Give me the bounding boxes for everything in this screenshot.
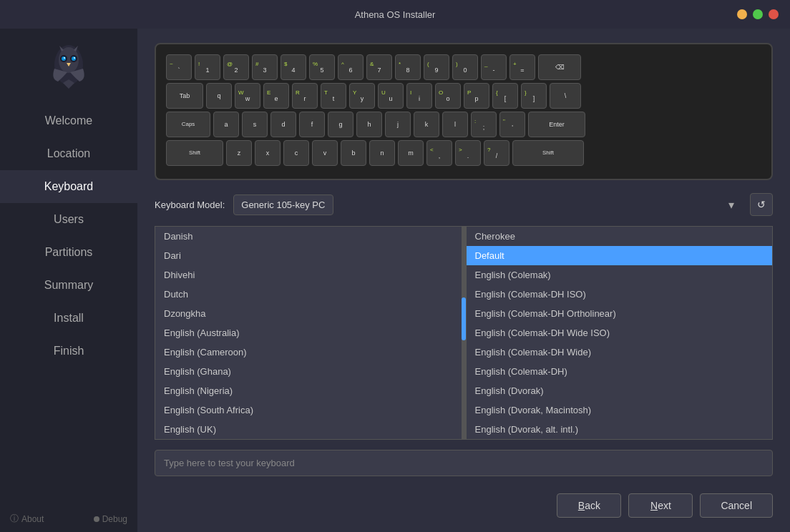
info-icon: ⓘ	[10, 513, 19, 525]
sidebar-item-finish[interactable]: Finish	[0, 335, 137, 368]
maximize-button[interactable]	[753, 9, 763, 19]
variant-list[interactable]: Cherokee Default English (Colemak) Engli…	[466, 226, 774, 440]
key-p[interactable]: Pp	[464, 83, 489, 109]
list-item[interactable]: English (Nigeria)	[155, 381, 462, 400]
key-h[interactable]: h	[356, 112, 382, 137]
sidebar-item-welcome[interactable]: Welcome	[0, 104, 137, 137]
key-z[interactable]: z	[226, 140, 252, 166]
next-button[interactable]: Next	[628, 493, 693, 518]
key-backspace[interactable]: ⌫	[538, 54, 581, 80]
key-period[interactable]: >.	[455, 140, 481, 166]
list-item[interactable]: Dhivehi	[155, 265, 462, 285]
variant-item[interactable]: English (Colemak-DH Wide ISO)	[467, 323, 773, 343]
key-2[interactable]: @2	[223, 54, 249, 80]
variant-item[interactable]: English (Colemak-DH ISO)	[467, 285, 773, 304]
list-item[interactable]: Dzongkha	[155, 304, 462, 323]
key-5[interactable]: %5	[309, 54, 335, 80]
sidebar-item-summary[interactable]: Summary	[0, 269, 137, 302]
back-button[interactable]: Back	[557, 493, 621, 518]
key-lbracket[interactable]: {[	[492, 83, 518, 109]
key-4[interactable]: $4	[281, 54, 306, 80]
keyboard-model-select[interactable]: Generic 105-key PC	[233, 194, 333, 215]
key-x[interactable]: x	[255, 140, 281, 166]
key-b[interactable]: b	[341, 140, 366, 166]
key-caps[interactable]: Caps	[166, 112, 210, 137]
about-link[interactable]: ⓘ About	[10, 513, 44, 525]
list-item[interactable]: English (South Africa)	[155, 400, 462, 420]
keyboard-test-input[interactable]	[155, 450, 773, 476]
key-c[interactable]: c	[283, 140, 309, 166]
key-f[interactable]: f	[299, 112, 325, 137]
key-slash[interactable]: ?/	[484, 140, 509, 166]
variant-item[interactable]: English (Dvorak, intl., with dead keys)	[467, 439, 773, 440]
variant-item[interactable]: English (Colemak-DH Ortholinear)	[467, 304, 773, 323]
key-j[interactable]: j	[385, 112, 411, 137]
key-minus[interactable]: _-	[481, 54, 507, 80]
key-right-shift[interactable]: Shift	[512, 140, 584, 166]
key-9[interactable]: (9	[424, 54, 449, 80]
key-tab[interactable]: Tab	[166, 83, 203, 109]
key-semicolon[interactable]: :;	[471, 112, 497, 137]
key-l[interactable]: l	[442, 112, 468, 137]
key-k[interactable]: k	[414, 112, 439, 137]
key-d[interactable]: d	[270, 112, 296, 137]
key-i[interactable]: Ii	[406, 83, 432, 109]
sidebar-item-partitions[interactable]: Partitions	[0, 236, 137, 269]
variant-item[interactable]: English (Dvorak, Macintosh)	[467, 400, 773, 420]
list-item[interactable]: English (UK)	[155, 420, 462, 439]
variant-item[interactable]: English (Colemak)	[467, 265, 773, 285]
sidebar-item-keyboard[interactable]: Keyboard	[0, 170, 137, 203]
minimize-button[interactable]	[737, 9, 747, 19]
key-3[interactable]: #3	[252, 54, 278, 80]
key-left-shift[interactable]: Shift	[166, 140, 223, 166]
keyboard-row-4: Shift z x c v b n m <, >. ?/ Shift	[166, 140, 761, 166]
key-y[interactable]: Yy	[349, 83, 375, 109]
key-r[interactable]: Rr	[292, 83, 318, 109]
key-t[interactable]: Tt	[321, 83, 346, 109]
key-o[interactable]: Oo	[435, 83, 461, 109]
list-item[interactable]: English (Cameroon)	[155, 343, 462, 362]
cancel-button[interactable]: Cancel	[700, 493, 773, 518]
key-backslash[interactable]: \	[550, 83, 581, 109]
key-g[interactable]: g	[328, 112, 353, 137]
key-q[interactable]: q	[206, 83, 232, 109]
list-item[interactable]: Dutch	[155, 285, 462, 304]
key-comma[interactable]: <,	[426, 140, 452, 166]
key-n[interactable]: n	[369, 140, 395, 166]
variant-item[interactable]: English (Colemak-DH)	[467, 362, 773, 381]
list-item[interactable]: Dari	[155, 246, 462, 265]
key-6[interactable]: ^6	[338, 54, 364, 80]
variant-item[interactable]: English (Colemak-DH Wide)	[467, 343, 773, 362]
list-item[interactable]: English (Ghana)	[155, 362, 462, 381]
variant-item[interactable]: English (Dvorak, alt. intl.)	[467, 420, 773, 439]
close-button[interactable]	[769, 9, 779, 19]
key-equals[interactable]: +=	[509, 54, 535, 80]
key-quote[interactable]: "'	[499, 112, 525, 137]
key-backtick[interactable]: ~`	[166, 54, 192, 80]
key-1[interactable]: !1	[195, 54, 220, 80]
key-s[interactable]: s	[242, 112, 268, 137]
debug-link[interactable]: Debug	[94, 514, 127, 524]
variant-item-selected[interactable]: Default	[467, 246, 773, 265]
key-a[interactable]: a	[213, 112, 239, 137]
key-7[interactable]: &7	[366, 54, 392, 80]
list-item[interactable]: Danish	[155, 227, 462, 246]
key-w[interactable]: Ww	[235, 83, 260, 109]
sidebar-item-install[interactable]: Install	[0, 302, 137, 335]
key-v[interactable]: v	[312, 140, 338, 166]
sidebar-item-users[interactable]: Users	[0, 203, 137, 236]
key-enter[interactable]: Enter	[528, 112, 585, 137]
list-item[interactable]: English (Australia)	[155, 323, 462, 343]
key-0[interactable]: )0	[452, 54, 478, 80]
key-m[interactable]: m	[398, 140, 424, 166]
variant-item[interactable]: English (Dvorak)	[467, 381, 773, 400]
sidebar-item-location[interactable]: Location	[0, 137, 137, 170]
refresh-button[interactable]: ↺	[750, 193, 773, 216]
key-rbracket[interactable]: }]	[521, 83, 547, 109]
language-list[interactable]: Danish Dari Dhivehi Dutch Dzongkha Engli…	[155, 226, 462, 440]
list-item-selected[interactable]: English (US)	[155, 439, 462, 440]
key-8[interactable]: *8	[395, 54, 421, 80]
variant-item[interactable]: Cherokee	[467, 227, 773, 246]
key-u[interactable]: Uu	[378, 83, 404, 109]
key-e[interactable]: Ee	[263, 83, 289, 109]
